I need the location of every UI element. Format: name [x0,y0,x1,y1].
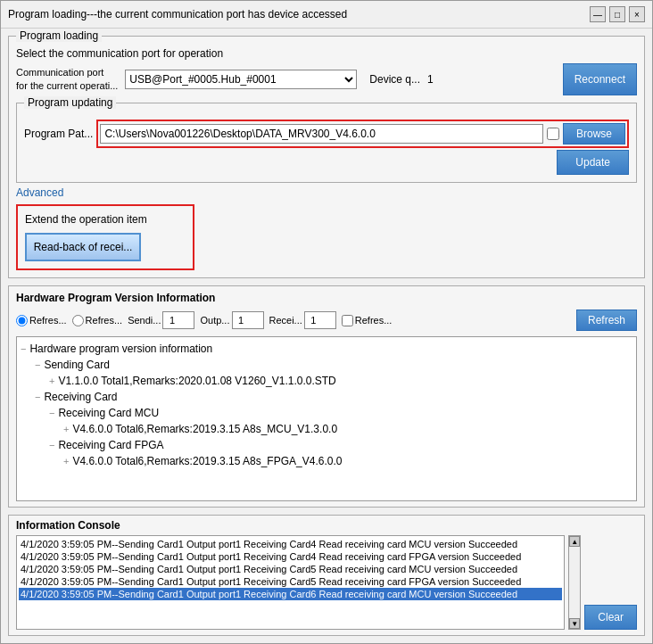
info-console-title: Information Console [16,519,637,532]
main-window: Program loading---the current communicat… [0,0,653,644]
program-updating-title: Program updating [24,96,116,109]
minimize-button[interactable]: — [590,6,606,22]
refresh-checkbox-label: Refres... [355,315,393,326]
info-actions: Clear [584,535,637,630]
tree-text-4: Receiving Card MCU [58,407,159,419]
comm-port-section: Select the communication port for operat… [16,47,637,95]
radio-refresh-1[interactable] [16,315,28,326]
program-path-row: Program Pat... Browse [24,120,629,148]
update-button[interactable]: Update [557,150,629,175]
tree-node-4: − Receiving Card MCU [21,405,632,421]
receiving-spinner[interactable] [304,311,336,329]
device-q-value: 1 [427,73,434,86]
tree-text-6: Receiving Card FPGA [58,439,163,451]
reconnect-button[interactable]: Reconnect [563,63,637,95]
sending-spin-group: Sendi... [128,311,194,329]
tree-node-6: − Receiving Card FPGA [21,437,632,453]
info-console-section: Information Console 4/1/2020 3:59:05 PM-… [8,515,645,636]
tree-text-5: V4.6.0.0 Total6,Remarks:2019.3.15 A8s_MC… [72,423,337,435]
log-line-1: 4/1/2020 3:59:05 PM--Sending Card1 Outpu… [19,550,562,563]
hw-section-title: Hardware Program Version Information [16,292,637,304]
path-label: Program Pat... [24,128,93,140]
log-scrollbar[interactable]: ▲ ▼ [568,535,581,630]
tree-node-1: − Sending Card [21,357,632,373]
log-line-4: 4/1/2020 3:59:05 PM--Sending Card1 Outpu… [19,588,562,600]
update-row: Update [24,150,629,175]
receiving-spin-group: Recei... [269,311,336,329]
radio-1-label: Refres... [29,315,67,326]
output-spin-group: Outp... [200,311,263,329]
port-label-line1: Communication port [16,66,118,79]
port-label-line2: for the current operati... [16,79,118,93]
log-line-2: 4/1/2020 3:59:05 PM--Sending Card1 Outpu… [19,563,562,575]
sending-spinner[interactable] [162,311,194,329]
maximize-button[interactable]: □ [609,6,625,22]
tree-node-7: + V4.6.0.0 Total6,Remarks:2019.3.15 A8s_… [21,453,632,469]
extend-operation-box: Extend the operation item Read-back of r… [16,204,194,270]
scroll-up-btn[interactable]: ▲ [569,536,580,547]
hw-tree-area[interactable]: − Hardware program version information −… [16,336,637,501]
refresh-checkbox-group: Refres... [342,315,393,326]
program-loading-title: Program loading [16,29,102,42]
window-title: Program loading---the current communicat… [8,8,347,21]
program-updating-group: Program updating Program Pat... Browse U… [16,103,637,183]
radio-group-2: Refres... [72,315,123,326]
program-loading-group: Program loading Select the communication… [8,36,645,278]
hardware-version-section: Hardware Program Version Information Ref… [8,285,645,508]
tree-node-0: − Hardware program version information [21,341,632,357]
port-select[interactable]: USB@Port_#0005.Hub_#0001 [125,70,357,89]
info-log-area[interactable]: 4/1/2020 3:59:05 PM--Sending Card1 Outpu… [16,535,565,630]
tree-text-1: Sending Card [44,359,109,371]
tree-node-2: + V1.1.0.0 Total1,Remarks:2020.01.08 V12… [21,373,632,389]
tree-node-5: + V4.6.0.0 Total6,Remarks:2019.3.15 A8s_… [21,421,632,437]
receiving-label: Recei... [269,315,302,326]
device-quantity: Device q... 1 [369,73,433,86]
tree-text-0: Hardware program version information [29,343,212,355]
radio-group-1: Refres... [16,315,67,326]
refresh-checkbox[interactable] [342,315,353,326]
tree-text-7: V4.6.0.0 Total6,Remarks:2019.3.15 A8s_FP… [72,455,342,467]
window-controls: — □ × [590,6,645,22]
program-updating-inner: Program Pat... Browse Update [24,112,629,175]
info-console-body: 4/1/2020 3:59:05 PM--Sending Card1 Outpu… [16,535,637,630]
log-line-3: 4/1/2020 3:59:05 PM--Sending Card1 Outpu… [19,575,562,588]
clear-button[interactable]: Clear [584,605,637,630]
close-button[interactable]: × [629,6,645,22]
refresh-button[interactable]: Refresh [576,310,637,331]
main-content: Program loading Select the communication… [1,29,652,643]
extend-title: Extend the operation item [25,213,186,226]
advanced-link[interactable]: Advanced [16,186,63,199]
comm-select-label: Select the communication port for operat… [16,47,637,60]
title-bar: Program loading---the current communicat… [1,1,652,29]
device-q-label: Device q... [369,73,420,86]
tree-text-3: Receiving Card [44,391,117,403]
port-label-block: Communication port for the current opera… [16,66,118,94]
log-line-0: 4/1/2020 3:59:05 PM--Sending Card1 Outpu… [19,538,562,550]
radio-2-label: Refres... [86,315,123,326]
sending-label: Sendi... [128,315,161,326]
hw-controls-row: Refres... Refres... Sendi... Outp... [16,310,637,331]
scroll-down-btn[interactable]: ▼ [569,618,580,629]
tree-node-3: − Receiving Card [21,389,632,405]
program-path-input[interactable] [100,124,543,144]
radio-refresh-2[interactable] [72,315,84,326]
browse-highlight: Browse [96,120,629,148]
output-spinner[interactable] [232,311,264,329]
read-back-button[interactable]: Read-back of recei... [25,233,141,261]
comm-row: Communication port for the current opera… [16,63,637,95]
path-checkbox[interactable] [547,128,559,140]
browse-button[interactable]: Browse [563,123,625,144]
tree-text-2: V1.1.0.0 Total1,Remarks:2020.01.08 V1260… [58,375,335,387]
output-label: Outp... [200,315,229,326]
